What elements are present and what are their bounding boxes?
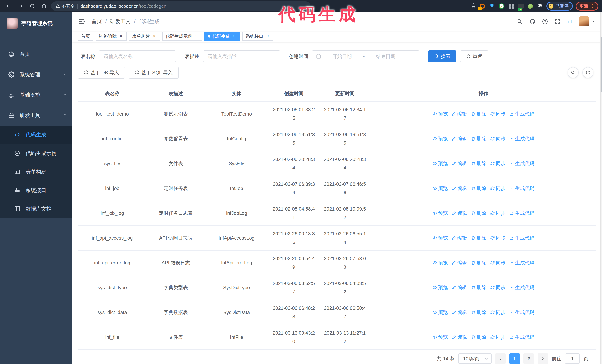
reload-icon[interactable] <box>27 1 37 11</box>
page-scrollbar[interactable] <box>600 12 602 364</box>
action-edit-link[interactable]: 编辑 <box>452 135 467 143</box>
tab-close-icon[interactable]: × <box>152 34 157 39</box>
action-sync-link[interactable]: 同步 <box>490 110 505 118</box>
action-generate-link[interactable]: 生成代码 <box>510 159 534 168</box>
help-icon[interactable] <box>542 18 548 25</box>
dark-on-extension-icon[interactable]: on <box>517 3 524 10</box>
tab-系统接口[interactable]: 系统接口× <box>242 32 273 41</box>
table-row[interactable]: inf_api_access_logAPI 访问日志表InfApiAccessL… <box>78 226 596 250</box>
sidebar-item-系统管理[interactable]: 系统管理 <box>0 64 72 85</box>
action-delete-link[interactable]: 删除 <box>471 209 486 217</box>
action-generate-link[interactable]: 生成代码 <box>510 184 534 193</box>
action-generate-link[interactable]: 生成代码 <box>510 209 534 217</box>
action-generate-link[interactable]: 生成代码 <box>510 234 534 242</box>
action-sync-link[interactable]: 同步 <box>490 184 505 193</box>
action-edit-link[interactable]: 编辑 <box>452 209 467 217</box>
fullscreen-icon[interactable] <box>554 18 561 25</box>
start-date-input[interactable] <box>323 53 362 59</box>
table-row[interactable]: sys_dict_type字典类型表SysDictType2021-03-06 … <box>78 275 596 300</box>
column-header-表描述[interactable]: 表描述 <box>147 86 205 102</box>
action-edit-link[interactable]: 编辑 <box>452 283 467 292</box>
action-generate-link[interactable]: 生成代码 <box>510 135 534 143</box>
paused-extension-badge[interactable]: 已暂停 <box>547 2 573 10</box>
breadcrumb-home[interactable]: 首页 <box>92 18 102 25</box>
sidebar-subitem-系统接口[interactable]: 系统接口 <box>0 181 72 200</box>
action-generate-link[interactable]: 生成代码 <box>510 283 534 292</box>
action-edit-link[interactable]: 编辑 <box>452 259 467 267</box>
column-header-操作[interactable]: 操作 <box>370 86 596 102</box>
sidebar-item-基础设施[interactable]: 基础设施 <box>0 85 72 105</box>
hamburger-icon[interactable] <box>78 18 86 25</box>
sidebar-subitem-代码生成示例[interactable]: 代码生成示例 <box>0 144 72 163</box>
avatar[interactable] <box>579 16 589 26</box>
tab-close-icon[interactable]: × <box>118 34 123 39</box>
tab-表单构建[interactable]: 表单构建× <box>129 32 160 41</box>
action-edit-link[interactable]: 编辑 <box>452 184 467 193</box>
table-name-input[interactable] <box>99 50 176 62</box>
table-row[interactable]: inf_job定时任务表InfJob2021-02-07 06:39:34202… <box>78 176 596 201</box>
tab-代码生成示例[interactable]: 代码生成示例× <box>162 32 202 41</box>
column-header-更新时间[interactable]: 更新时间 <box>319 86 370 102</box>
table-row[interactable]: inf_config参数配置表InfConfig2021-02-06 19:51… <box>78 126 596 151</box>
import-sql-button[interactable]: 基于 SQL 导入 <box>129 67 179 79</box>
action-edit-link[interactable]: 编辑 <box>452 110 467 118</box>
action-preview-link[interactable]: 预览 <box>432 135 448 143</box>
action-preview-link[interactable]: 预览 <box>432 159 448 168</box>
grid-extension-icon[interactable] <box>508 3 515 10</box>
tab-close-icon[interactable]: × <box>194 34 199 39</box>
tab-代码生成[interactable]: 代码生成× <box>204 32 240 41</box>
action-generate-link[interactable]: 生成代码 <box>510 259 534 267</box>
page-button-1[interactable]: 1 <box>509 354 520 364</box>
action-delete-link[interactable]: 删除 <box>471 259 486 267</box>
action-delete-link[interactable]: 删除 <box>471 159 486 168</box>
table-row[interactable]: inf_job_log定时任务日志表InfJobLog2021-02-08 04… <box>78 201 596 226</box>
green-leaf-extension-icon[interactable] <box>527 3 534 10</box>
reset-button[interactable]: 重置 <box>460 50 488 62</box>
refresh-icon[interactable] <box>582 67 593 78</box>
font-size-icon[interactable]: TT <box>567 18 573 25</box>
orange-ring-extension-icon[interactable]: 1 <box>479 3 486 10</box>
page-button-2[interactable]: 2 <box>524 354 534 364</box>
action-edit-link[interactable]: 编辑 <box>452 234 467 242</box>
search-icon[interactable] <box>516 18 523 25</box>
column-header-表名称[interactable]: 表名称 <box>78 86 147 102</box>
action-preview-link[interactable]: 预览 <box>432 110 448 118</box>
sidebar-subitem-代码生成[interactable]: 代码生成 <box>0 125 72 144</box>
action-delete-link[interactable]: 删除 <box>471 135 486 143</box>
action-sync-link[interactable]: 同步 <box>490 283 505 292</box>
end-date-input[interactable] <box>366 53 405 59</box>
action-generate-link[interactable]: 生成代码 <box>510 333 534 341</box>
action-generate-link[interactable]: 生成代码 <box>510 110 534 118</box>
action-delete-link[interactable]: 删除 <box>471 283 486 292</box>
action-preview-link[interactable]: 预览 <box>432 283 448 292</box>
action-edit-link[interactable]: 编辑 <box>452 308 467 317</box>
column-header-实体[interactable]: 实体 <box>205 86 268 102</box>
back-icon[interactable] <box>4 1 13 11</box>
url-text[interactable]: dashboard.yudao.iocoder.cn/tool/codegen <box>80 3 166 9</box>
action-edit-link[interactable]: 编辑 <box>452 159 467 168</box>
star-icon[interactable] <box>471 3 476 10</box>
action-sync-link[interactable]: 同步 <box>490 209 505 217</box>
action-delete-link[interactable]: 删除 <box>471 110 486 118</box>
action-preview-link[interactable]: 预览 <box>432 308 448 317</box>
action-preview-link[interactable]: 预览 <box>432 184 448 193</box>
table-row[interactable]: inf_file文件表InfFile2021-03-13 09:43:20202… <box>78 325 596 350</box>
goto-page-input[interactable] <box>565 354 580 364</box>
action-delete-link[interactable]: 删除 <box>471 234 486 242</box>
action-generate-link[interactable]: 生成代码 <box>510 308 534 317</box>
puzzle-extension-icon[interactable] <box>537 3 543 10</box>
action-sync-link[interactable]: 同步 <box>490 159 505 168</box>
user-menu[interactable] <box>579 16 595 26</box>
action-sync-link[interactable]: 同步 <box>490 135 505 143</box>
action-sync-link[interactable]: 同步 <box>490 234 505 242</box>
sidebar-item-研发工具[interactable]: 研发工具 <box>0 105 72 125</box>
table-row[interactable]: sys_file文件表SysFile2021-02-06 20:28:34202… <box>78 151 596 176</box>
action-sync-link[interactable]: 同步 <box>490 308 505 317</box>
address-bar[interactable]: 不安全 dashboard.yudao.iocoder.cn/tool/code… <box>51 1 311 11</box>
action-preview-link[interactable]: 预览 <box>432 209 448 217</box>
page-size-select[interactable]: 10条/页 <box>458 354 492 364</box>
tab-首页[interactable]: 首页 <box>78 32 93 41</box>
action-preview-link[interactable]: 预览 <box>432 259 448 267</box>
search-button[interactable]: 搜索 <box>428 50 456 62</box>
sidebar-item-首页[interactable]: 首页 <box>0 44 72 64</box>
